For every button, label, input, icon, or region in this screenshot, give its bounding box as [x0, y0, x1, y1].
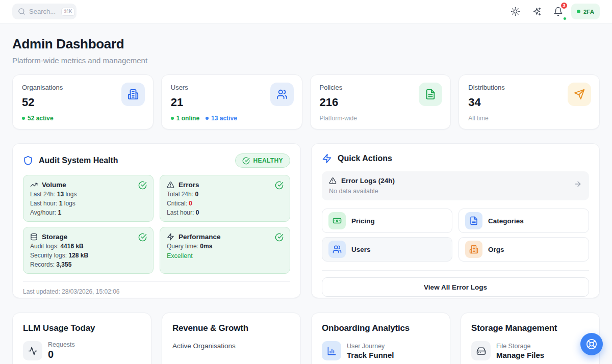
check-circle-icon	[275, 233, 284, 242]
twofa-status-dot	[577, 10, 580, 13]
notification-count-badge: 3	[560, 2, 568, 10]
llm-usage-card: LLM Usage Today Requests 0	[12, 313, 151, 364]
health-line: Critical: 0	[167, 200, 283, 207]
theme-toggle-button[interactable]	[507, 3, 524, 20]
sun-icon	[511, 7, 520, 16]
topbar: ⌘K 3 2FA	[0, 0, 612, 23]
performance-status-text: Excellent	[167, 252, 283, 259]
stat-meta-scope: Platform-wide	[320, 115, 442, 122]
middle-row: Audit System Health HEALTHY Volume Last …	[12, 143, 600, 298]
twofa-label: 2FA	[583, 9, 594, 15]
storage-title: Storage Management	[471, 323, 589, 333]
audit-health-card: Audit System Health HEALTHY Volume Last …	[12, 143, 301, 298]
stat-meta-online: 1 online	[171, 115, 199, 122]
health-line: Last hour: 0	[167, 209, 283, 216]
health-line: Query time: 0ms	[167, 243, 283, 250]
action-button-orgs[interactable]: Orgs	[458, 237, 589, 262]
health-box-storage: Storage Audit logs: 4416 kB Security log…	[23, 227, 154, 274]
online-status-dot	[563, 17, 567, 20]
stat-card-distributions: Distributions 34 All time	[458, 74, 600, 129]
error-logs-empty-text: No data available	[329, 188, 582, 195]
check-circle-icon	[138, 181, 147, 190]
main-content: Admin Dashboard Platform-wide metrics an…	[0, 23, 612, 364]
stat-label: Requests	[48, 341, 75, 348]
page-title: Admin Dashboard	[12, 36, 600, 52]
llm-requests-stat: Requests 0	[23, 341, 141, 360]
health-grid: Volume Last 24h: 13 logs Last hour: 1 lo…	[23, 175, 290, 274]
divider	[23, 281, 290, 282]
track-funnel-action[interactable]: User Journey Track Funnel	[322, 341, 440, 360]
building-icon	[465, 241, 482, 258]
trending-up-icon	[30, 181, 38, 189]
view-all-error-logs-button[interactable]: View All Error Logs	[322, 277, 589, 297]
onboarding-title: Onboarding Analytics	[322, 323, 440, 333]
database-icon	[30, 233, 38, 241]
arrow-right-icon	[574, 180, 582, 188]
zap-icon	[322, 153, 332, 164]
building-icon	[121, 83, 145, 106]
manage-files-action[interactable]: File Storage Manage Files	[471, 341, 589, 360]
stat-card-users: Users 21 1 online 13 active	[161, 74, 302, 129]
stat-card-policies: Policies 216 Platform-wide	[310, 74, 451, 129]
check-circle-icon	[275, 181, 284, 190]
search-input-container[interactable]: ⌘K	[12, 4, 76, 19]
search-icon	[18, 8, 26, 15]
divider	[322, 270, 589, 271]
health-box-performance: Performance Query time: 0ms Excellent	[160, 227, 290, 274]
ai-assistant-button[interactable]	[528, 3, 546, 20]
check-circle-icon	[138, 233, 147, 242]
action-button-users[interactable]: Users	[322, 237, 452, 262]
stat-label: File Storage	[496, 343, 544, 350]
health-status-badge: HEALTHY	[235, 153, 290, 168]
health-line: Audit logs: 4416 kB	[30, 243, 146, 250]
file-text-icon	[419, 83, 442, 106]
stat-meta-active: 52 active	[22, 115, 54, 122]
health-line: Last hour: 1 logs	[30, 200, 146, 207]
topbar-actions: 3 2FA	[507, 3, 600, 20]
storage-management-card: Storage Management File Storage Manage F…	[461, 313, 600, 364]
revenue-growth-title: Revenue & Growth	[172, 323, 290, 333]
search-input[interactable]	[29, 8, 58, 15]
action-button-categories[interactable]: Categories	[458, 209, 589, 233]
health-box-errors: Errors Total 24h: 0 Critical: 0 Last hou…	[160, 175, 290, 222]
stat-value: Track Funnel	[347, 351, 394, 359]
activity-icon	[23, 341, 42, 360]
last-updated-text: Last updated: 28/03/2026, 15:02:06	[23, 288, 290, 295]
users-icon	[328, 241, 346, 258]
health-line: Security logs: 128 kB	[30, 252, 146, 259]
send-icon	[568, 83, 591, 106]
twofa-badge[interactable]: 2FA	[571, 4, 600, 19]
stat-label: User Journey	[347, 343, 394, 350]
health-line: Last 24h: 13 logs	[30, 191, 146, 198]
green-dot	[171, 117, 174, 120]
revenue-subtitle: Active Organisations	[172, 342, 290, 350]
page-header: Admin Dashboard Platform-wide metrics an…	[12, 23, 600, 65]
stat-meta-scope: All time	[468, 115, 590, 122]
bar-chart-icon	[322, 341, 341, 360]
zap-icon	[167, 233, 174, 241]
health-line: Avg/hour: 1	[30, 209, 146, 216]
revenue-growth-card: Revenue & Growth Active Organisations	[162, 313, 301, 364]
banknote-icon	[328, 212, 346, 229]
error-logs-row[interactable]: Error Logs (24h) No data available	[322, 171, 589, 200]
health-box-volume: Volume Last 24h: 13 logs Last hour: 1 lo…	[23, 175, 154, 222]
shield-icon	[23, 155, 33, 166]
page-subtitle: Platform-wide metrics and management	[12, 56, 600, 65]
stats-row: Organisations 52 52 active Users 21 1 on…	[12, 74, 600, 129]
quick-actions-card: Quick Actions Error Logs (24h) No data a…	[311, 143, 600, 298]
support-fab[interactable]	[580, 333, 603, 355]
onboarding-analytics-card: Onboarding Analytics User Journey Track …	[311, 313, 450, 364]
alert-triangle-icon	[167, 181, 174, 189]
notifications-button[interactable]: 3	[550, 3, 567, 20]
bottom-row: LLM Usage Today Requests 0 Revenue & Gro…	[12, 313, 600, 364]
stat-card-organisations: Organisations 52 52 active	[12, 74, 154, 129]
hard-drive-icon	[471, 341, 491, 360]
keyboard-shortcut-badge: ⌘K	[61, 8, 75, 16]
llm-usage-title: LLM Usage Today	[23, 323, 141, 333]
stat-value: 0	[48, 349, 75, 360]
lifebuoy-icon	[586, 339, 597, 350]
users-icon	[270, 83, 294, 106]
check-circle-icon	[242, 157, 250, 165]
file-text-icon	[465, 212, 482, 229]
action-button-pricing[interactable]: Pricing	[322, 209, 452, 233]
